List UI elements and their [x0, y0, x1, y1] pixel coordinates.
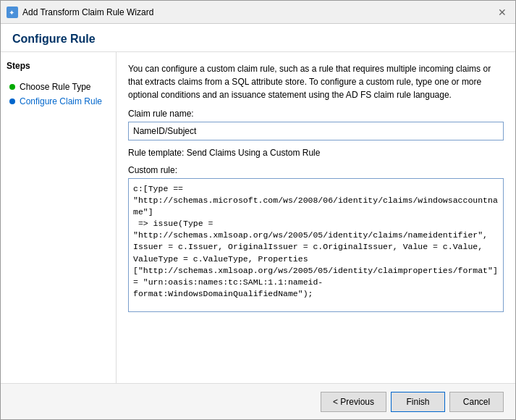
- sidebar-item-label: Configure Claim Rule: [20, 96, 102, 106]
- page-title: Configure Rule: [1, 24, 515, 52]
- sidebar-item-configure-claim-rule[interactable]: Configure Claim Rule: [7, 94, 110, 109]
- rule-template-text: Rule template: Send Claims Using a Custo…: [128, 148, 504, 158]
- cancel-button[interactable]: Cancel: [449, 392, 504, 412]
- previous-button[interactable]: < Previous: [321, 392, 386, 412]
- sidebar-item-choose-rule-type[interactable]: Choose Rule Type: [7, 80, 110, 94]
- wizard-window: ✦ Add Transform Claim Rule Wizard ✕ Conf…: [0, 0, 516, 420]
- title-bar-left: ✦ Add Transform Claim Rule Wizard: [7, 7, 153, 18]
- custom-rule-textarea-container: [128, 178, 504, 314]
- main-panel: You can configure a custom claim rule, s…: [117, 52, 515, 383]
- claim-rule-name-input[interactable]: [128, 122, 504, 140]
- custom-rule-textarea[interactable]: [128, 178, 504, 312]
- close-button[interactable]: ✕: [495, 5, 509, 20]
- claim-rule-name-label: Claim rule name:: [128, 109, 504, 119]
- custom-rule-group: Custom rule:: [128, 165, 504, 314]
- sidebar-title: Steps: [7, 61, 110, 71]
- window-title: Add Transform Claim Rule Wizard: [22, 7, 153, 17]
- footer: < Previous Finish Cancel: [1, 383, 515, 419]
- content-area: Steps Choose Rule Type Configure Claim R…: [1, 52, 515, 383]
- sidebar-item-label: Choose Rule Type: [20, 82, 91, 92]
- custom-rule-label: Custom rule:: [128, 165, 504, 175]
- title-bar: ✦ Add Transform Claim Rule Wizard ✕: [1, 1, 515, 24]
- claim-rule-name-group: Claim rule name:: [128, 109, 504, 140]
- svg-text:✦: ✦: [9, 9, 14, 17]
- finish-button[interactable]: Finish: [391, 392, 445, 412]
- description-text: You can configure a custom claim rule, s…: [128, 62, 504, 101]
- step-active-icon: [9, 98, 15, 104]
- sidebar: Steps Choose Rule Type Configure Claim R…: [1, 52, 117, 383]
- step-done-icon: [9, 84, 15, 90]
- wizard-icon: ✦: [7, 7, 18, 18]
